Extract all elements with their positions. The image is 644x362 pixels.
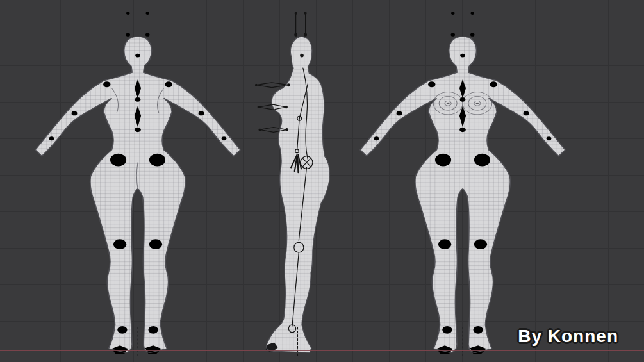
body-mesh[interactable] xyxy=(267,37,330,352)
model-front-view[interactable] xyxy=(357,5,568,358)
grid-x-axis-line xyxy=(0,350,644,351)
watermark-text: By Konnen xyxy=(518,326,618,347)
model-back-view[interactable] xyxy=(32,5,244,358)
model-side-view[interactable] xyxy=(254,5,350,358)
3d-viewport[interactable]: By Konnen xyxy=(0,0,644,362)
